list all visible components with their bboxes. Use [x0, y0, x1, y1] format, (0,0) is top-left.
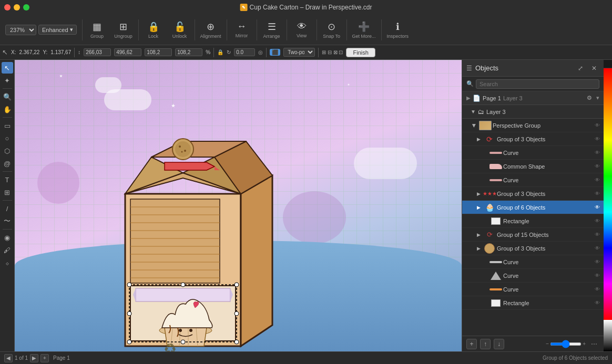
pen-tool[interactable]: /	[2, 203, 13, 214]
tree-arrow-icon[interactable]: ▶	[475, 190, 482, 197]
eyedropper-tool[interactable]: 🖋	[2, 244, 13, 256]
finish-button[interactable]: Finish	[346, 48, 375, 57]
prev-page-button[interactable]: ◀	[4, 354, 13, 362]
height-input[interactable]	[114, 48, 141, 56]
ungroup-button[interactable]: ⊞ Ungroup	[111, 19, 136, 41]
table-tool[interactable]: ⊞	[2, 186, 13, 198]
mirror-button[interactable]: ↔ Mirror	[229, 19, 254, 40]
tree-arrow-icon[interactable]: ▶	[475, 136, 482, 143]
fill-tool[interactable]: ◉	[2, 232, 13, 243]
tree-arrow-icon[interactable]: ▶	[475, 231, 482, 238]
maximize-button[interactable]	[23, 4, 29, 11]
freehand-tool[interactable]: 〜	[2, 215, 13, 227]
snap-to-button[interactable]: ⊙ Snap To	[319, 19, 344, 41]
tree-item-common-shape[interactable]: ▶ Common Shape 👁	[462, 160, 604, 173]
panel-expand-button[interactable]: ⤢	[575, 63, 586, 74]
width-input[interactable]	[84, 48, 111, 56]
view-button[interactable]: 👁 View	[289, 19, 314, 40]
layer-gear-icon[interactable]: ⚙	[587, 95, 592, 101]
angle-icon: ◎	[258, 49, 263, 55]
tree-arrow-icon[interactable]: ▶	[475, 204, 482, 211]
tree-item-perspective-group[interactable]: ▶ Perspective Group 👁	[462, 119, 604, 132]
tree-item-group3-3[interactable]: ▶ Group of 3 Objects 👁	[462, 242, 604, 255]
close-button[interactable]	[4, 4, 11, 11]
node-tool[interactable]: ✦	[2, 75, 13, 86]
search-input[interactable]	[476, 79, 599, 89]
color-gray-strip[interactable]	[604, 320, 612, 351]
visibility-icon[interactable]: 👁	[593, 258, 601, 266]
layer-collapse-arrow[interactable]: ▼	[471, 109, 476, 115]
smart-fill-tool[interactable]: ⬦	[2, 257, 13, 268]
svg-point-44	[234, 340, 239, 344]
visibility-icon[interactable]: 👁	[593, 285, 601, 294]
zoom-tool[interactable]: 🔍	[2, 91, 13, 102]
color-rainbow-strip[interactable]	[604, 68, 612, 320]
visibility-icon[interactable]: 👁	[593, 299, 601, 307]
tree-item-curve3[interactable]: ▶ Curve 👁	[462, 255, 604, 269]
get-more-button[interactable]: ➕ Get More...	[349, 19, 379, 41]
unlock-button[interactable]: 🔓 Unlock	[167, 19, 192, 41]
minimize-button[interactable]	[14, 4, 20, 11]
visibility-icon[interactable]: 👁	[593, 231, 601, 239]
move-layer-up-button[interactable]: ↑	[480, 339, 491, 349]
rotation-input[interactable]	[234, 48, 255, 56]
item-thumbnail	[488, 256, 503, 268]
lock-button[interactable]: 🔒 Lock	[141, 19, 166, 41]
panel-options-button[interactable]: ✕	[589, 63, 599, 74]
visibility-icon[interactable]: 👁	[593, 149, 601, 157]
visibility-icon[interactable]: 👁	[593, 121, 601, 130]
color-none-swatch[interactable]	[604, 60, 612, 68]
layer-visibility-icon[interactable]: ▶	[466, 95, 471, 101]
tree-item-curve1[interactable]: ▶ Curve 👁	[462, 146, 604, 160]
group-button[interactable]: ▦ Group	[85, 19, 110, 41]
divider	[195, 19, 195, 40]
tree-item-curve4[interactable]: ▶ Curve 👁	[462, 269, 604, 283]
ellipse-tool[interactable]: ○	[2, 132, 13, 144]
layer-menu-icon[interactable]: ▾	[596, 95, 599, 101]
arrange-button[interactable]: ☰ Arrange	[259, 19, 284, 41]
tree-item-rect1[interactable]: ▶ Rectangle 👁	[462, 214, 604, 228]
select-tool[interactable]: ↖	[2, 62, 13, 74]
tree-item-rect2[interactable]: ▶ Rectangle 👁	[462, 296, 604, 310]
title-bar: ✎ Cup Cake Carton – Draw in Perspective.…	[0, 0, 612, 15]
search-icon: 🔍	[466, 80, 474, 87]
page-info: 1 of 1	[15, 355, 28, 361]
add-page-button[interactable]: +	[40, 354, 49, 362]
canvas-area[interactable]: ♻	[15, 60, 462, 351]
tree-arrow-icon[interactable]: ▶	[471, 122, 478, 129]
panel-options-dots[interactable]: ⋯	[589, 339, 599, 349]
perspective-select[interactable]: Two-point	[283, 48, 315, 57]
enhanced-button[interactable]: Enhanced ▾	[38, 25, 77, 35]
w2-input[interactable]	[145, 48, 172, 56]
panel-zoom-slider[interactable]	[550, 342, 582, 346]
alignment-button[interactable]: ⊕ Alignment	[197, 19, 225, 41]
tree-item-group3-1[interactable]: ▶ ⟳ Group of 3 Objects 👁	[462, 132, 604, 146]
visibility-icon[interactable]: 👁	[593, 176, 601, 184]
tree-item-group6[interactable]: ▶ 🧁 Group of 6 Objects 👁	[462, 201, 604, 214]
visibility-icon[interactable]: 👁	[593, 244, 601, 253]
visibility-icon[interactable]: 👁	[593, 272, 601, 280]
next-page-button[interactable]: ▶	[30, 354, 38, 362]
blue-dropdown[interactable]: ⬛	[270, 49, 280, 56]
visibility-icon[interactable]: 👁	[593, 135, 601, 143]
tree-item-curve5[interactable]: ▶ Curve 👁	[462, 283, 604, 296]
pan-tool[interactable]: ✋	[2, 103, 13, 115]
tree-item-group15[interactable]: ▶ ⟳ Group of 15 Objects 👁	[462, 228, 604, 242]
divider	[381, 19, 382, 40]
tree-item-group3-2[interactable]: ▶ ★★★ Group of 3 Objects 👁	[462, 187, 604, 201]
visibility-icon[interactable]: 👁	[593, 203, 601, 212]
add-layer-button[interactable]: +	[466, 339, 477, 349]
rectangle-tool[interactable]: ▭	[2, 120, 13, 131]
visibility-icon[interactable]: 👁	[593, 162, 601, 171]
move-layer-down-button[interactable]: ↓	[494, 339, 504, 349]
visibility-icon[interactable]: 👁	[593, 190, 601, 198]
spiral-tool[interactable]: @	[2, 158, 13, 169]
inspectors-button[interactable]: ℹ Inspectors	[384, 19, 412, 41]
tree-arrow-icon[interactable]: ▶	[475, 245, 482, 252]
visibility-icon[interactable]: 👁	[593, 217, 601, 225]
polygon-tool[interactable]: ⬡	[2, 145, 13, 157]
zoom-select[interactable]: 237%	[5, 25, 36, 35]
tree-item-curve2[interactable]: ▶ Curve 👁	[462, 173, 604, 187]
h2-input[interactable]	[175, 48, 202, 56]
text-tool[interactable]: T	[2, 174, 13, 185]
